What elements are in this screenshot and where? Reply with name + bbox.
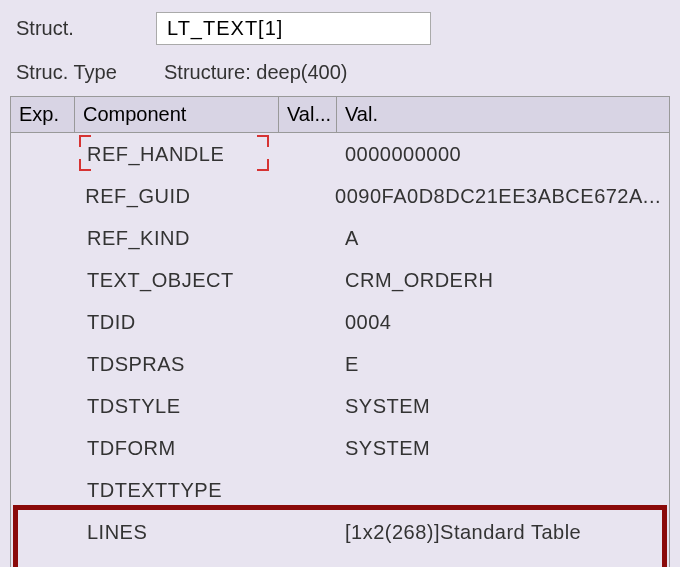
struct-label: Struct.: [16, 17, 156, 40]
cell-exp: [11, 400, 75, 412]
col-header-val2[interactable]: Val.: [337, 97, 669, 132]
col-header-exp[interactable]: Exp.: [11, 97, 75, 132]
cell-val1: [279, 484, 337, 496]
cell-val2: B: [337, 557, 669, 568]
cell-exp: [11, 190, 73, 202]
struc-type-value: Structure: deep(400): [164, 61, 347, 84]
cell-component: REF_GUID: [73, 179, 270, 214]
col-header-component[interactable]: Component: [75, 97, 279, 132]
cell-exp: [11, 526, 75, 538]
cell-component: TDTEXTTYPE: [75, 473, 279, 508]
table-row[interactable]: TDSPRAS E: [11, 343, 669, 385]
cell-val2: 0000000000: [337, 137, 669, 172]
cell-component: TDFORM: [75, 431, 279, 466]
table-row[interactable]: TDFORM SYSTEM: [11, 427, 669, 469]
cell-exp: [11, 442, 75, 454]
cell-component: TEXT_OBJECT: [75, 263, 279, 298]
cell-val2: SYSTEM: [337, 389, 669, 424]
table-header: Exp. Component Val... Val.: [11, 97, 669, 133]
cell-exp: [11, 148, 75, 160]
cell-val1: [279, 400, 337, 412]
cell-component: TDSTYLE: [75, 389, 279, 424]
cell-exp: [11, 484, 75, 496]
table-row[interactable]: TDID 0004: [11, 301, 669, 343]
table-body: REF_HANDLE 0000000000 REF_GUID 0090FA0D8…: [11, 133, 669, 567]
structure-table: Exp. Component Val... Val. REF_HANDLE 00…: [10, 96, 670, 567]
table-row[interactable]: TEXT_OBJECT CRM_ORDERH: [11, 259, 669, 301]
cell-component: REF_HANDLE: [75, 137, 279, 172]
cell-exp: [11, 316, 75, 328]
table-row[interactable]: REF_HANDLE 0000000000: [11, 133, 669, 175]
cell-val2: 0004: [337, 305, 669, 340]
struc-type-row: Struc. Type Structure: deep(400): [10, 57, 670, 88]
table-row[interactable]: MODE B: [11, 553, 669, 567]
cell-val1: [279, 232, 337, 244]
cell-val2: [1x2(268)]Standard Table: [337, 515, 669, 550]
cell-component: LINES: [75, 515, 279, 550]
cell-val2: CRM_ORDERH: [337, 263, 669, 298]
cell-val1: [279, 274, 337, 286]
cell-val2: 0090FA0D8DC21EE3ABCE672A...: [327, 179, 669, 214]
cell-val1: [279, 442, 337, 454]
cell-component: TDID: [75, 305, 279, 340]
table-row[interactable]: REF_GUID 0090FA0D8DC21EE3ABCE672A...: [11, 175, 669, 217]
cell-val1: [279, 358, 337, 370]
cell-exp: [11, 232, 75, 244]
struct-input[interactable]: [156, 12, 431, 45]
cell-val1: [279, 316, 337, 328]
table-row[interactable]: TDSTYLE SYSTEM: [11, 385, 669, 427]
cell-val2: A: [337, 221, 669, 256]
cell-val1: [279, 148, 337, 160]
struct-row: Struct.: [10, 8, 670, 49]
cell-component: MODE: [75, 557, 279, 568]
cell-component: TDSPRAS: [75, 347, 279, 382]
cell-val2: E: [337, 347, 669, 382]
cell-exp: [11, 358, 75, 370]
table-row[interactable]: LINES [1x2(268)]Standard Table: [11, 511, 669, 553]
struc-type-label: Struc. Type: [16, 61, 156, 84]
table-row[interactable]: REF_KIND A: [11, 217, 669, 259]
cell-val1: [271, 190, 327, 202]
cell-component: REF_KIND: [75, 221, 279, 256]
debugger-panel: Struct. Struc. Type Structure: deep(400)…: [0, 0, 680, 567]
cell-exp: [11, 274, 75, 286]
cell-val1: [279, 526, 337, 538]
col-header-val1[interactable]: Val...: [279, 97, 337, 132]
cell-val2: SYSTEM: [337, 431, 669, 466]
table-row[interactable]: TDTEXTTYPE: [11, 469, 669, 511]
cell-val2: [337, 484, 669, 496]
